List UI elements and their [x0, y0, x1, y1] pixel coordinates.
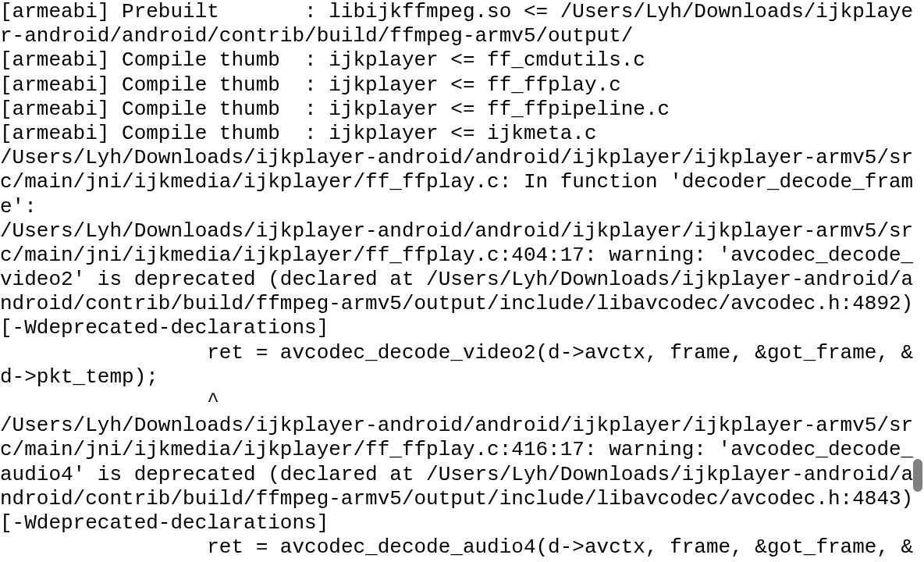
scrollbar-track[interactable] — [913, 0, 924, 562]
scrollbar-thumb[interactable] — [913, 459, 922, 492]
terminal-line: [armeabi] Compile thumb : ijkplayer <= f… — [0, 98, 670, 121]
terminal-line: /Users/Lyh/Downloads/ijkplayer-android/a… — [0, 414, 924, 535]
terminal-line: [armeabi] Compile thumb : ijkplayer <= i… — [0, 122, 597, 145]
terminal-line: ret = avcodec_decode_video2(d->avctx, fr… — [0, 341, 913, 389]
terminal-line: [armeabi] Compile thumb : ijkplayer <= f… — [0, 73, 621, 97]
terminal-line: ^ — [0, 389, 219, 413]
terminal-line: /Users/Lyh/Downloads/ijkplayer-android/a… — [0, 146, 913, 218]
terminal-output[interactable]: [armeabi] Prebuilt : libijkffmpeg.so <= … — [0, 0, 919, 562]
terminal-line: [armeabi] Prebuilt : libijkffmpeg.so <= … — [0, 0, 913, 48]
terminal-line: /Users/Lyh/Downloads/ijkplayer-android/a… — [0, 219, 924, 340]
terminal-line: [armeabi] Compile thumb : ijkplayer <= f… — [0, 48, 645, 72]
terminal-line: ret = avcodec_decode_audio4(d->avctx, fr… — [0, 535, 913, 562]
